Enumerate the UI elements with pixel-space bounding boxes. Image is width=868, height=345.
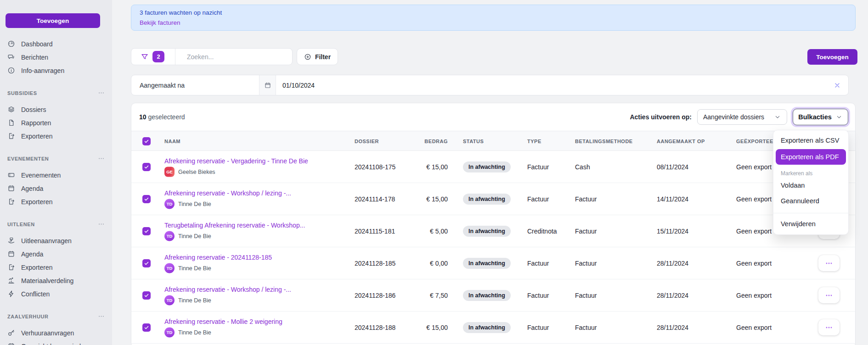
sidebar-section-evenementen: EVENEMENTEN Evenementen Agenda Exportere… [0, 152, 112, 208]
menu-item-verwijderen[interactable]: Verwijderen [773, 216, 848, 232]
row-checkbox[interactable] [142, 227, 151, 235]
column-header-type: TYPE [527, 131, 541, 151]
select-all-checkbox[interactable] [142, 137, 151, 145]
sidebar-item-conflicten[interactable]: Conflicten [0, 287, 112, 300]
sidebar-item-label: Overzicht huurperiodes [21, 343, 88, 345]
sidebar-section-uitlenen: UITLENEN Uitleenaanvragen Agenda Exporte… [0, 217, 112, 300]
sidebar-item-dashboard[interactable]: Dashboard [0, 37, 112, 50]
sidebar-item-label: Dossiers [21, 106, 46, 113]
row-name-link[interactable]: Afrekening reservatie - 20241128-185 [164, 253, 272, 261]
person-name: Tinne De Bie [178, 297, 211, 303]
sidebar: Toevoegen Dashboard Berichten Info-aanvr… [0, 0, 112, 345]
calendar-cell[interactable] [259, 75, 276, 95]
active-filter-value[interactable]: 01/10/2024 [282, 75, 315, 95]
sidebar-item-exporteren[interactable]: Exporteren [0, 129, 112, 143]
sidebar-item-agenda[interactable]: Agenda [0, 182, 112, 195]
sidebar-item-uitleenaanvragen[interactable]: Uitleenaanvragen [0, 234, 112, 247]
sidebar-item-agenda[interactable]: Agenda [0, 247, 112, 261]
row-checkbox[interactable] [142, 259, 151, 267]
cell-type: Factuur [527, 151, 549, 183]
cell-dossier: 20241114-178 [355, 183, 395, 215]
bulk-actions-button[interactable]: Bulkacties [793, 109, 848, 125]
row-name-link[interactable]: Terugbetaling Afrekening reservatie - Wo… [164, 221, 305, 228]
sidebar-item-exporteren[interactable]: Exporteren [0, 261, 112, 274]
menu-item-geannuleerd[interactable]: Geannuleerd [773, 193, 848, 209]
key-icon [7, 329, 15, 337]
sidebar-nav: Dashboard Berichten Info-aanvragen SUBSI… [0, 37, 112, 345]
row-checkbox[interactable] [142, 291, 151, 300]
ellipsis-icon[interactable] [98, 313, 105, 320]
sidebar-section-header: ZAALVERHUUR [0, 310, 112, 323]
sidebar-item-rapporten[interactable]: Rapporten [0, 116, 112, 129]
sidebar-item-overzicht-huurperiodes[interactable]: Overzicht huurperiodes [0, 339, 112, 345]
row-checkbox[interactable] [142, 163, 151, 171]
bulk-actions-menu: Exporteren als CSVExporteren als PDFMark… [773, 130, 849, 235]
sidebar-item-evenementen[interactable]: Evenementen [0, 168, 112, 182]
row-name-link[interactable]: Afrekening reservatie - Workshop / lezin… [164, 285, 291, 293]
menu-item-exporteren-als-pdf[interactable]: Exporteren als PDF [776, 149, 846, 165]
calendar-icon [7, 184, 15, 192]
sidebar-item-label: Agenda [21, 250, 43, 258]
view-invoices-link[interactable]: Bekijk facturen [140, 19, 855, 26]
plus-circle-icon [304, 53, 311, 61]
person-name: Tinne De Bie [178, 329, 211, 335]
bulk-actions-button-label: Bulkacties [798, 113, 832, 121]
ellipsis-icon[interactable] [98, 155, 105, 162]
ticket-icon [7, 171, 15, 179]
sidebar-item-dossiers[interactable]: Dossiers [0, 103, 112, 116]
sidebar-item-info-aanvragen[interactable]: Info-aanvragen [0, 64, 112, 77]
row-checkbox[interactable] [142, 323, 151, 332]
row-actions-button[interactable] [818, 287, 840, 303]
target-select-value: Aangevinkte dossiers [703, 113, 764, 121]
sidebar-section-header: SUBSIDIES [0, 86, 112, 100]
row-checkbox[interactable] [142, 195, 151, 203]
chevron-down-icon [774, 113, 781, 121]
row-name-link[interactable]: Afrekening reservatie - Workshop / lezin… [164, 189, 291, 196]
sidebar-item-label: Agenda [21, 185, 43, 192]
sidebar-item-exporteren[interactable]: Exporteren [0, 195, 112, 208]
target-select[interactable]: Aangevinkte dossiers [697, 109, 787, 125]
menu-item-exporteren-als-csv[interactable]: Exporteren als CSV [773, 133, 848, 148]
sidebar-item-materiaalverdeling[interactable]: Materiaalverdeling [0, 274, 112, 287]
sidebar-item-label: Rapporten [21, 119, 51, 127]
clear-filter-icon[interactable] [834, 82, 841, 89]
row-actions-button[interactable] [818, 319, 840, 335]
cell-created: 15/11/2024 [657, 215, 688, 247]
sidebar-item-label: Info-aanvragen [21, 67, 64, 74]
ellipsis-icon[interactable] [98, 221, 105, 228]
row-name-link[interactable]: Afrekening reservatie - Vergadering - Ti… [164, 157, 308, 164]
funnel-icon[interactable] [141, 53, 149, 61]
menu-item-voldaan[interactable]: Voldaan [773, 178, 848, 193]
search-filter-box: 2 [131, 48, 293, 65]
cell-amount: € 5,00 [405, 215, 448, 247]
cell-created: 28/11/2024 [657, 279, 688, 311]
cell-type: Factuur [527, 183, 549, 215]
sidebar-item-verhuuraanvragen[interactable]: Verhuuraanvragen [0, 326, 112, 339]
ellipsis-icon [824, 291, 834, 300]
column-header-dossier: DOSSIER [355, 131, 379, 151]
column-header-status: STATUS [463, 131, 484, 151]
layers-icon [7, 106, 15, 113]
search-input[interactable] [175, 53, 292, 61]
sidebar-add-button[interactable]: Toevoegen [6, 13, 100, 28]
active-filter-count-badge[interactable]: 2 [152, 51, 164, 62]
row-name-link[interactable]: Afrekening reservatie - Mollie 2 weigeri… [164, 317, 282, 325]
hand-box-icon [7, 237, 15, 245]
filter-button[interactable]: Filter [297, 48, 338, 65]
table-row: Afrekening reservatie - Workshop / lezin… [131, 183, 855, 215]
cell-amount: € 15,00 [405, 183, 448, 215]
chevron-down-icon [835, 113, 843, 121]
sidebar-item-berichten[interactable]: Berichten [0, 50, 112, 64]
cell-created: 28/11/2024 [657, 247, 688, 279]
add-button-top[interactable]: Toevoegen [807, 49, 857, 65]
cell-exported: Geen export [736, 247, 772, 279]
cell-amount: € 0,00 [405, 247, 448, 279]
export-icon [7, 263, 15, 271]
ellipsis-icon[interactable] [98, 89, 105, 96]
row-actions-button[interactable] [818, 255, 840, 271]
column-header-betalingsmethode: BETALINGSMETHODE [575, 131, 633, 151]
status-badge: In afwachting [463, 290, 511, 301]
menu-section-label: Markeren als [773, 166, 848, 178]
sidebar-item-label: Exporteren [21, 198, 52, 206]
sidebar-section-title: UITLENEN [7, 222, 35, 227]
